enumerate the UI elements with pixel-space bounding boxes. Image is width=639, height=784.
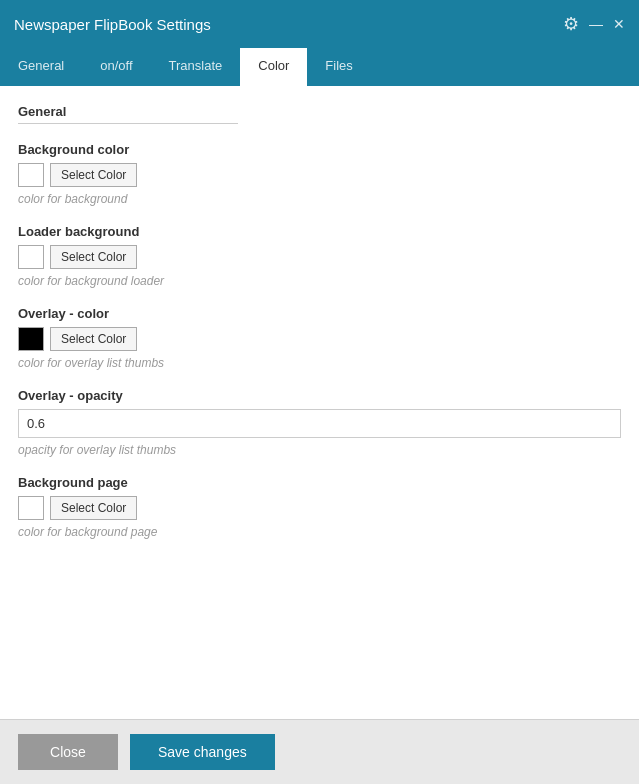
loader-background-row: Select Color <box>18 245 621 269</box>
loader-background-label: Loader background <box>18 224 621 239</box>
background-page-hint: color for background page <box>18 525 621 539</box>
tab-translate[interactable]: Translate <box>151 48 241 86</box>
overlay-opacity-input[interactable] <box>18 409 621 438</box>
loader-background-group: Loader background Select Color color for… <box>18 224 621 288</box>
overlay-color-row: Select Color <box>18 327 621 351</box>
overlay-color-group: Overlay - color Select Color color for o… <box>18 306 621 370</box>
tab-general[interactable]: General <box>0 48 82 86</box>
background-page-swatch <box>18 496 44 520</box>
tab-bar: General on/off Translate Color Files <box>0 48 639 86</box>
app-window: Newspaper FlipBook Settings ⚙ — ✕ Genera… <box>0 0 639 784</box>
close-icon[interactable]: ✕ <box>613 16 625 32</box>
section-divider <box>18 123 238 124</box>
background-page-row: Select Color <box>18 496 621 520</box>
tab-onoff[interactable]: on/off <box>82 48 150 86</box>
background-color-hint: color for background <box>18 192 621 206</box>
tab-files[interactable]: Files <box>307 48 370 86</box>
window-title: Newspaper FlipBook Settings <box>14 16 211 33</box>
overlay-color-swatch <box>18 327 44 351</box>
overlay-color-hint: color for overlay list thumbs <box>18 356 621 370</box>
titlebar: Newspaper FlipBook Settings ⚙ — ✕ <box>0 0 639 48</box>
minimize-icon[interactable]: — <box>589 17 603 31</box>
loader-background-button[interactable]: Select Color <box>50 245 137 269</box>
background-color-swatch <box>18 163 44 187</box>
background-page-button[interactable]: Select Color <box>50 496 137 520</box>
footer: Close Save changes <box>0 719 639 784</box>
section-title: General <box>18 104 621 119</box>
background-color-row: Select Color <box>18 163 621 187</box>
overlay-opacity-label: Overlay - opacity <box>18 388 621 403</box>
window-controls: ⚙ — ✕ <box>563 13 625 35</box>
background-page-group: Background page Select Color color for b… <box>18 475 621 539</box>
background-color-group: Background color Select Color color for … <box>18 142 621 206</box>
loader-background-swatch <box>18 245 44 269</box>
save-button[interactable]: Save changes <box>130 734 275 770</box>
overlay-color-button[interactable]: Select Color <box>50 327 137 351</box>
content-area: General Background color Select Color co… <box>0 86 639 719</box>
overlay-opacity-hint: opacity for overlay list thumbs <box>18 443 621 457</box>
loader-background-hint: color for background loader <box>18 274 621 288</box>
gear-icon[interactable]: ⚙ <box>563 13 579 35</box>
overlay-color-label: Overlay - color <box>18 306 621 321</box>
background-page-label: Background page <box>18 475 621 490</box>
background-color-label: Background color <box>18 142 621 157</box>
close-button[interactable]: Close <box>18 734 118 770</box>
overlay-opacity-group: Overlay - opacity opacity for overlay li… <box>18 388 621 457</box>
background-color-button[interactable]: Select Color <box>50 163 137 187</box>
tab-color[interactable]: Color <box>240 48 307 86</box>
